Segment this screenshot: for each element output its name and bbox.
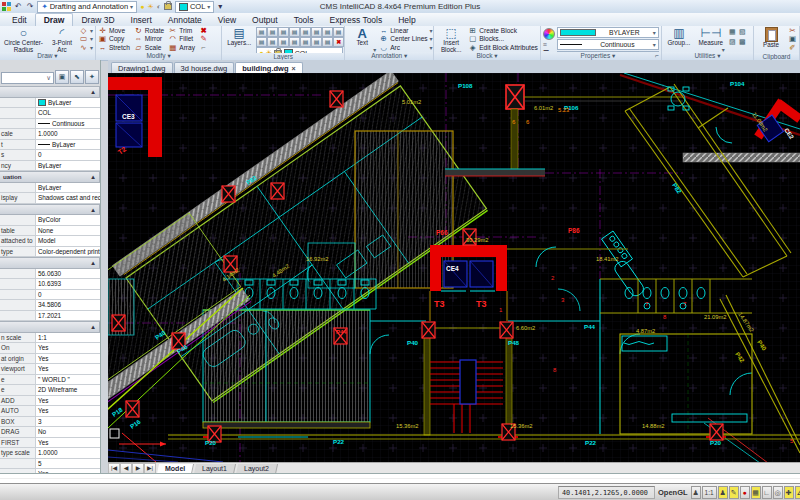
palette-row[interactable]: 56.0630 — [0, 269, 100, 280]
palette-row[interactable]: s0 — [0, 150, 100, 161]
palette-row[interactable]: DRAGNo — [0, 427, 100, 438]
insert-block-button[interactable]: ⬚ Insert Block... — [436, 27, 466, 53]
stretch-button[interactable]: ↔Stretch — [98, 44, 130, 52]
ribbon-tab-annotate[interactable]: Annotate — [160, 14, 210, 26]
record-icon[interactable]: ● — [740, 486, 750, 499]
layer-tool-button[interactable]: ▤ — [289, 37, 300, 47]
qat-overflow-button[interactable]: ▾ — [217, 2, 223, 11]
palette-section-header[interactable]: uation▲ — [0, 171, 100, 183]
delete-layer-button[interactable]: ✖ — [333, 37, 344, 47]
panel-caption-layers[interactable]: Layers — [222, 53, 344, 60]
layer-tool-button[interactable]: ▤ — [300, 37, 311, 47]
floor-plan[interactable]: P108P106P104P82P82P44P40P48P20P22P20P22P… — [108, 73, 800, 462]
layer-tool-button[interactable]: ▤ — [278, 37, 289, 47]
palette-row[interactable]: typeColor-dependent print ... — [0, 247, 100, 258]
ribbon-tab-draw[interactable]: Draw — [35, 13, 74, 26]
lock-icon[interactable] — [164, 3, 172, 10]
document-tab-3d-house-dwg[interactable]: 3d house.dwg — [174, 62, 235, 73]
palette-row[interactable]: type scale1.0000 — [0, 448, 100, 459]
palette-row[interactable]: FIRSTYes — [0, 438, 100, 449]
palette-row[interactable]: ByColor — [0, 215, 100, 226]
palette-section-header[interactable]: ▲ — [0, 321, 100, 333]
layer-tool-button[interactable]: ▤ — [289, 27, 300, 37]
join-button[interactable]: ⌐ — [199, 44, 208, 52]
layer-tool-button[interactable]: ▤ — [300, 27, 311, 37]
undo-button[interactable]: ↶ — [14, 2, 23, 11]
layer-tool-button[interactable]: ▤ — [267, 37, 278, 47]
layer-viewport-icon[interactable]: ◐ — [157, 3, 161, 11]
measure-button[interactable]: ⊢⊣ Measure ▾ — [696, 27, 726, 53]
quick-select-button[interactable]: ✦ — [85, 70, 99, 84]
circle-center-radius-button[interactable]: ○ Circle Center-Radius — [2, 27, 45, 53]
palette-row[interactable]: viewportYes — [0, 364, 100, 375]
palette-row[interactable]: ByLayer — [0, 98, 100, 109]
palette-row[interactable]: ADDYes — [0, 396, 100, 407]
edit-block-attributes-button[interactable]: ◈Edit Block Attributes — [468, 44, 538, 52]
three-point-arc-button[interactable]: ◜ 3-Point Arc — [47, 27, 77, 53]
ribbon-tab-insert[interactable]: Insert — [123, 14, 160, 26]
palette-row[interactable]: tByLayer — [0, 140, 100, 151]
layer-tool-button[interactable]: ▤ — [256, 37, 267, 47]
tab-layout2[interactable]: Layout2 — [236, 464, 278, 474]
select-tool[interactable]: ▦ — [728, 27, 737, 36]
redo-button[interactable]: ↷ — [26, 2, 35, 11]
panel-caption-modify[interactable]: Modify ▾ — [96, 52, 221, 60]
palette-section-header[interactable]: ▲ — [0, 86, 100, 98]
ribbon-tab-edit[interactable]: Edit — [4, 14, 35, 26]
color-dropdown[interactable]: BYLAYER▾ — [557, 27, 659, 38]
selection-dropdown[interactable]: ∨ — [1, 72, 54, 84]
arc-button[interactable]: ◡Arc▾ — [379, 44, 432, 52]
layer-tool-button[interactable]: ▤ — [322, 37, 333, 47]
panel-caption-utilities[interactable]: Utilities ▾ — [662, 52, 753, 60]
layer-tool-button[interactable]: ▤ — [278, 27, 289, 37]
blocks--button[interactable]: ▢Blocks... — [468, 35, 538, 43]
calc-tool[interactable]: ▨ — [728, 37, 737, 46]
ribbon-tab-draw-3d[interactable]: Draw 3D — [73, 14, 122, 26]
palette-row[interactable]: attached toModel — [0, 236, 100, 247]
polar-icon[interactable]: ◎ — [773, 486, 783, 499]
layer-tool-button[interactable]: ▤ — [311, 37, 322, 47]
panel-caption-annotation[interactable]: Annotation ▾ — [345, 52, 433, 60]
ortho-icon[interactable]: ∟ — [762, 486, 772, 499]
palette-row[interactable]: 0 — [0, 290, 100, 301]
palette-row[interactable]: n scale1:1 — [0, 333, 100, 344]
group-button[interactable]: ▥ Group... — [664, 27, 694, 47]
palette-row[interactable]: at originYes — [0, 354, 100, 365]
layer-quick-dropdown[interactable]: COL ▾ — [175, 1, 214, 13]
palette-section-header[interactable]: ▲ — [0, 257, 100, 269]
linetype-dropdown[interactable]: Continuous▾ — [557, 39, 659, 50]
app-icon[interactable] — [2, 2, 11, 11]
grid-icon[interactable]: ▦ — [751, 486, 761, 499]
panel-caption-draw[interactable]: Draw ▾ — [0, 52, 95, 60]
toggle-pickadd-button[interactable]: ▣ — [55, 70, 69, 84]
match-properties-button[interactable]: ✐ — [788, 44, 797, 52]
annotation-scale-icon[interactable]: ♟ — [691, 486, 701, 499]
linear-button[interactable]: ↔Linear▾ — [379, 27, 432, 35]
palette-row[interactable]: OnYes — [0, 343, 100, 354]
list-tool[interactable]: ▩ — [738, 37, 747, 46]
palette-row[interactable]: e" WORLD " — [0, 375, 100, 386]
linetype-icon[interactable]: ≡ — [543, 41, 555, 48]
layer-tool-button[interactable]: ▤ — [322, 27, 333, 37]
scale-button[interactable]: ▱Scale — [134, 44, 164, 52]
drawing-canvas[interactable]: P108P106P104P82P82P44P40P48P20P22P20P22P… — [108, 73, 800, 462]
layer-tool-button[interactable]: ▤ — [256, 27, 267, 37]
palette-row[interactable]: 5 — [0, 459, 100, 470]
array-button[interactable]: ▦Array — [168, 44, 195, 52]
ribbon-tab-help[interactable]: Help — [390, 14, 423, 26]
palette-row[interactable]: ncyByLayer — [0, 161, 100, 172]
create-block-button[interactable]: ⊞Create Block — [468, 27, 538, 35]
palette-row[interactable]: COL — [0, 108, 100, 119]
palette-row[interactable]: AUTOYes — [0, 406, 100, 417]
palette-row[interactable]: BOX3 — [0, 417, 100, 428]
layer-thaw-icon[interactable]: ☀ — [147, 3, 153, 11]
annotation-scale-value[interactable]: 1:1 — [702, 486, 717, 499]
panel-caption-properties[interactable]: Properties ▾ ⌐ — [541, 52, 661, 60]
palette-section-header[interactable]: ▲ — [0, 204, 100, 216]
color-wheel-icon[interactable] — [543, 28, 555, 40]
layers-button[interactable]: ▤ Layers... — [224, 27, 254, 47]
palette-row[interactable]: ByLayer — [0, 183, 100, 194]
select-objects-button[interactable]: ⬉ — [70, 70, 84, 84]
palette-row[interactable]: 10.6393 — [0, 279, 100, 290]
ribbon-tab-output[interactable]: Output — [244, 14, 286, 26]
